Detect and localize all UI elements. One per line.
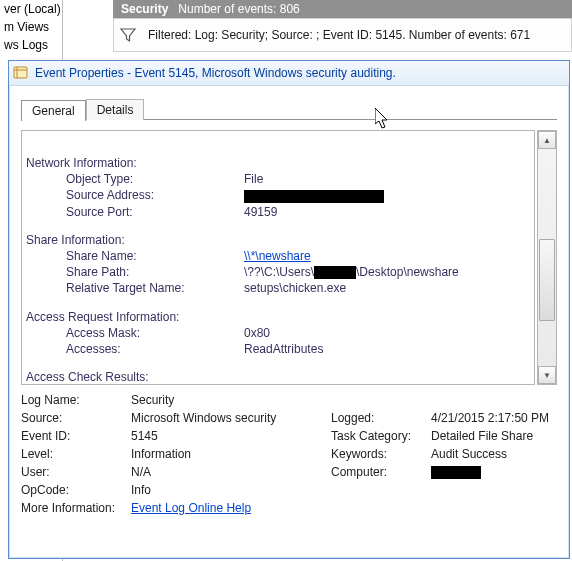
value-share-path: \??\C:\Users\\Desktop\newshare: [244, 264, 459, 280]
label-share-name: Share Name:: [26, 248, 244, 264]
value-level: Information: [131, 447, 331, 461]
book-icon: [13, 65, 29, 81]
tree-item[interactable]: ws Logs: [0, 36, 62, 54]
label-accesses: Accesses:: [26, 341, 244, 357]
dialog-titlebar[interactable]: Event Properties - Event 5145, Microsoft…: [9, 61, 569, 86]
link-share-name[interactable]: \\*\newshare: [244, 249, 311, 263]
label-task-category: Task Category:: [331, 429, 431, 443]
value-log-name: Security: [131, 393, 331, 407]
label-object-type: Object Type:: [26, 171, 244, 187]
tab-general[interactable]: General: [21, 100, 86, 121]
filter-bar: Filtered: Log: Security; Source: ; Event…: [113, 18, 572, 52]
tab-details[interactable]: Details: [86, 99, 145, 120]
label-source-port: Source Port:: [26, 204, 244, 220]
value-user: N/A: [131, 465, 331, 479]
label-source: Source:: [21, 411, 131, 425]
event-body-panel: Network Information: Object Type: File S…: [21, 130, 557, 385]
value-relative-target: setups\chicken.exe: [244, 280, 346, 296]
label-user: User:: [21, 465, 131, 479]
event-properties-dialog: Event Properties - Event 5145, Microsoft…: [8, 60, 570, 559]
tree-item[interactable]: ver (Local): [0, 0, 62, 18]
value-task-category: Detailed File Share: [431, 429, 557, 443]
event-body-text: Network Information: Object Type: File S…: [21, 130, 535, 385]
tabs: General Details: [21, 98, 557, 120]
value-accesses: ReadAttributes: [244, 341, 323, 357]
label-opcode: OpCode:: [21, 483, 131, 497]
scroll-up-button[interactable]: ▲: [538, 131, 556, 149]
link-event-log-help[interactable]: Event Log Online Help: [131, 501, 251, 515]
label-log-name: Log Name:: [21, 393, 131, 407]
section-access-request: Access Request Information:: [26, 309, 179, 325]
value-event-id: 5145: [131, 429, 331, 443]
label-computer: Computer:: [331, 465, 431, 479]
value-logged: 4/21/2015 2:17:50 PM: [431, 411, 557, 425]
label-level: Level:: [21, 447, 131, 461]
value-source-port: 49159: [244, 204, 277, 220]
label-logged: Logged:: [331, 411, 431, 425]
section-share-info: Share Information:: [26, 232, 204, 248]
dialog-title: Event Properties - Event 5145, Microsoft…: [35, 66, 396, 80]
filter-icon: [120, 27, 136, 43]
value-access-mask: 0x80: [244, 325, 270, 341]
svg-rect-0: [14, 67, 27, 78]
label-keywords: Keywords:: [331, 447, 431, 461]
section-network-info: Network Information:: [26, 155, 204, 171]
log-event-count: Number of events: 806: [178, 2, 299, 16]
filter-text: Filtered: Log: Security; Source: ; Event…: [148, 28, 530, 42]
value-keywords: Audit Success: [431, 447, 557, 461]
label-share-path: Share Path:: [26, 264, 244, 280]
value-computer: [431, 465, 557, 479]
label-more-info: More Information:: [21, 501, 131, 515]
scroll-down-button[interactable]: ▼: [538, 366, 556, 384]
value-opcode: Info: [131, 483, 331, 497]
label-event-id: Event ID:: [21, 429, 131, 443]
label-source-address: Source Address:: [26, 187, 244, 203]
value-source: Microsoft Windows security: [131, 411, 331, 425]
tree-item[interactable]: m Views: [0, 18, 62, 36]
event-summary: Log Name: Security Source: Microsoft Win…: [21, 393, 557, 515]
value-source-address: [244, 187, 384, 203]
scroll-thumb[interactable]: [539, 239, 555, 321]
log-header: Security Number of events: 806: [113, 0, 572, 18]
label-access-mask: Access Mask:: [26, 325, 244, 341]
label-relative-target: Relative Target Name:: [26, 280, 244, 296]
value-object-type: File: [244, 171, 263, 187]
log-title: Security: [121, 2, 168, 16]
scrollbar-vertical[interactable]: ▲ ▼: [537, 130, 557, 385]
scroll-track[interactable]: [538, 149, 556, 366]
section-access-check: Access Check Results:: [26, 369, 204, 385]
